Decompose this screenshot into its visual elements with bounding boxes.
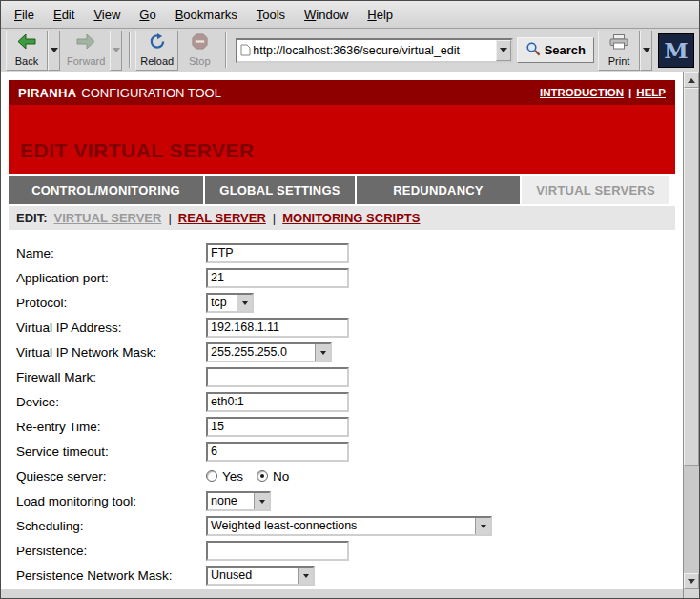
load-monitoring-tool-label: Load monitoring tool: xyxy=(16,494,206,508)
quiesce-server-radio-no[interactable] xyxy=(257,470,268,482)
subnav-prefix: EDIT: xyxy=(16,211,48,225)
print-button[interactable]: Print xyxy=(598,31,640,71)
device-label: Device: xyxy=(16,395,206,409)
scheduling-select[interactable]: Weighted least-connections xyxy=(206,516,492,536)
menu-edit[interactable]: Edit xyxy=(44,3,84,27)
application-port-label: Application port: xyxy=(16,271,206,285)
brand-name: PIRANHA xyxy=(18,86,76,100)
persistence-network-mask-select[interactable]: Unused xyxy=(206,566,315,586)
form-row-load-monitoring-tool: Load monitoring tool:none xyxy=(16,488,675,513)
scroll-down-button[interactable] xyxy=(684,573,699,589)
virtual-ip-network-mask-select[interactable]: 255.255.255.0 xyxy=(206,342,332,362)
forward-dropdown[interactable] xyxy=(110,31,122,71)
toolbar-separator xyxy=(225,32,227,68)
firewall-mark-label: Firewall Mark: xyxy=(16,370,206,384)
tab-virtual-servers[interactable]: VIRTUAL SERVERS xyxy=(522,176,669,204)
reload-button[interactable]: Reload xyxy=(135,31,178,71)
virtual-ip-network-mask-select-arrow-icon[interactable] xyxy=(315,344,330,361)
subnav-link-monitoring-scripts[interactable]: MONITORING SCRIPTS xyxy=(282,211,420,225)
menu-help[interactable]: Help xyxy=(358,3,402,27)
reload-label: Reload xyxy=(140,55,174,67)
brand-subtitle: CONFIGURATION TOOL xyxy=(81,86,221,100)
scheduling-select-arrow-icon[interactable] xyxy=(475,518,490,534)
url-input[interactable] xyxy=(253,41,495,60)
menu-bookmarks[interactable]: Bookmarks xyxy=(166,3,247,27)
persistence-network-mask-select-arrow-icon[interactable] xyxy=(298,568,313,584)
quiesce-server-option-no[interactable]: No xyxy=(257,469,289,484)
address-bar xyxy=(236,38,512,63)
virtual-ip-address-label: Virtual IP Address: xyxy=(16,320,206,335)
form-row-service-timeout: Service timeout: xyxy=(16,439,675,464)
forward-button[interactable]: Forward xyxy=(62,31,110,71)
scrollbar-thumb[interactable] xyxy=(684,88,699,466)
protocol-select[interactable]: tcp xyxy=(206,293,254,313)
load-monitoring-tool-select-arrow-icon[interactable] xyxy=(254,493,269,509)
protocol-select-arrow-icon[interactable] xyxy=(237,295,252,311)
tab-control-monitoring[interactable]: CONTROL/MONITORING xyxy=(9,176,203,204)
quiesce-server-option-yes[interactable]: Yes xyxy=(206,469,243,484)
menu-window[interactable]: Window xyxy=(295,3,358,27)
service-timeout-input[interactable] xyxy=(206,442,349,462)
vertical-scrollbar[interactable] xyxy=(683,72,699,589)
back-dropdown[interactable] xyxy=(48,31,60,71)
stop-button[interactable]: Stop xyxy=(178,31,220,71)
virtual-ip-network-mask-label: Virtual IP Network Mask: xyxy=(16,345,206,360)
quiesce-server-label: Quiesce server: xyxy=(16,469,206,484)
search-button[interactable]: Search xyxy=(517,37,594,63)
menu-view[interactable]: View xyxy=(84,3,130,27)
firewall-mark-input[interactable] xyxy=(206,367,349,387)
form-row-scheduling: Scheduling:Weighted least-connections xyxy=(16,513,675,538)
arrow-down-icon xyxy=(688,579,695,588)
scroll-up-button[interactable] xyxy=(684,72,699,88)
form-row-device: Device: xyxy=(16,389,675,414)
url-history-dropdown[interactable] xyxy=(496,40,511,61)
header-links: INTRODUCTION | HELP xyxy=(540,87,666,98)
form-row-application-port: Application port: xyxy=(16,265,675,290)
resize-corner[interactable] xyxy=(683,589,699,598)
menu-go[interactable]: Go xyxy=(130,3,165,27)
form-row-firewall-mark: Firewall Mark: xyxy=(16,364,675,389)
tab-global-settings[interactable]: GLOBAL SETTINGS xyxy=(205,176,355,204)
menu-bar: FileEditViewGoBookmarksToolsWindowHelp xyxy=(1,1,699,29)
quiesce-server-radio-yes[interactable] xyxy=(206,470,217,482)
persistence-input[interactable] xyxy=(206,541,349,561)
re-entry-time-input[interactable] xyxy=(206,417,349,437)
help-link[interactable]: HELP xyxy=(636,87,666,98)
virtual-ip-network-mask-select-value: 255.255.255.0 xyxy=(208,345,315,359)
tab-redundancy[interactable]: REDUNDANCY xyxy=(357,176,520,204)
load-monitoring-tool-select-value: none xyxy=(208,494,254,507)
tab-bar: CONTROL/MONITORINGGLOBAL SETTINGSREDUNDA… xyxy=(9,176,675,204)
page-title: EDIT VIRTUAL SERVER xyxy=(20,139,255,162)
introduction-link[interactable]: INTRODUCTION xyxy=(540,87,624,98)
print-dropdown[interactable] xyxy=(640,31,652,71)
subnav-link-real-server[interactable]: REAL SERVER xyxy=(178,211,266,225)
back-button[interactable]: Back xyxy=(6,31,48,71)
form-row-virtual-ip-network-mask: Virtual IP Network Mask:255.255.255.0 xyxy=(16,340,675,364)
chevron-down-icon xyxy=(51,48,58,56)
subnav-link-virtual-server[interactable]: VIRTUAL SERVER xyxy=(54,211,162,225)
load-monitoring-tool-select[interactable]: none xyxy=(206,491,271,511)
quiesce-server-radio-group: YesNo xyxy=(206,469,289,484)
menu-file[interactable]: File xyxy=(5,3,44,27)
piranha-header-bar: PIRANHA CONFIGURATION TOOL INTRODUCTION … xyxy=(9,80,675,105)
application-port-input[interactable] xyxy=(206,268,349,288)
forward-label: Forward xyxy=(67,55,105,67)
back-label: Back xyxy=(15,55,38,67)
browser-toolbar: Back Forward Reload xyxy=(1,29,699,72)
menu-tools[interactable]: Tools xyxy=(247,3,295,27)
forward-button-group: Forward xyxy=(62,31,122,71)
forward-icon xyxy=(76,33,95,53)
mozilla-logo-icon[interactable]: M xyxy=(658,33,694,68)
form-row-virtual-ip-address: Virtual IP Address: xyxy=(16,315,675,340)
name-input[interactable] xyxy=(206,243,349,263)
device-input[interactable] xyxy=(206,392,349,412)
virtual-ip-address-input[interactable] xyxy=(206,318,349,338)
browser-viewport: PIRANHA CONFIGURATION TOOL INTRODUCTION … xyxy=(1,72,699,589)
scrollbar-track[interactable] xyxy=(684,88,699,573)
search-icon xyxy=(525,41,541,59)
chevron-down-icon xyxy=(113,48,120,56)
stop-label: Stop xyxy=(189,55,211,67)
print-button-group: Print xyxy=(598,31,652,71)
service-timeout-label: Service timeout: xyxy=(16,444,206,459)
form-row-protocol: Protocol:tcp xyxy=(16,290,675,315)
